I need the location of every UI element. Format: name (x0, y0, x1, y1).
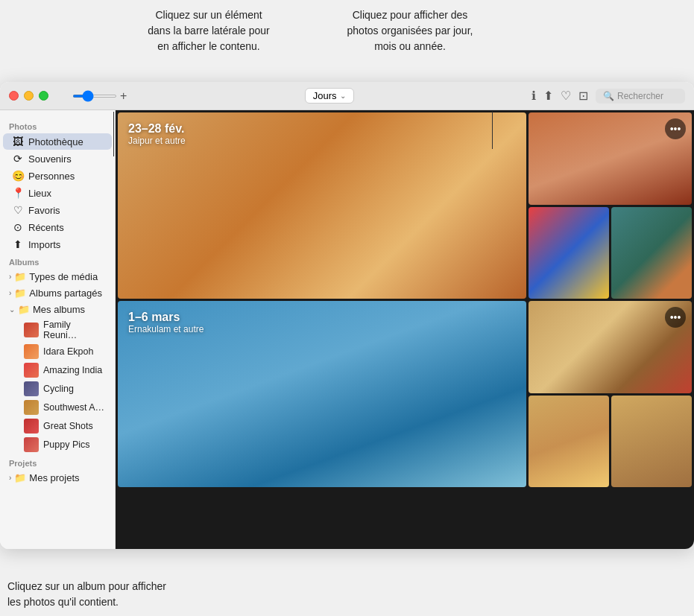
sidebar-label-mes-projets: Mes projets (29, 472, 79, 483)
sidebar-label-favoris: Favoris (28, 205, 104, 216)
chevron-right-icon-3: › (9, 474, 11, 482)
folder-mes-albums-icon: 📁 (18, 304, 30, 315)
sidebar-group-albums-partages[interactable]: › 📁 Albums partagés (3, 285, 112, 301)
main-photo-pool-girl[interactable]: 1–6 mars Ernakulam et autre (118, 301, 526, 487)
main-window: + Jours ⌄ ℹ ⬆ ♡ ⊡ 🔍 Rechercher (0, 82, 694, 549)
zoom-plus-icon[interactable]: + (120, 89, 127, 103)
side-photos-bottom-1 (529, 207, 692, 299)
titlebar: + Jours ⌄ ℹ ⬆ ♡ ⊡ 🔍 Rechercher (0, 82, 694, 110)
main-content: Photos 🖼 Photothèque ⟳ Souvenirs 😊 Perso… (0, 110, 694, 549)
side-photos-1: ••• (529, 112, 692, 299)
album-thumb-cycling (24, 381, 39, 396)
close-button[interactable] (9, 91, 19, 101)
date-label-1: 23–28 fév. Jaipur et autre (128, 121, 186, 147)
date-text-1: 23–28 fév. (128, 121, 186, 136)
sidebar-label-mes-albums: Mes albums (33, 304, 85, 315)
sidebar-item-personnes[interactable]: 😊 Personnes (3, 168, 112, 184)
tooltip-top-left: Cliquez sur un élément dans la barre lat… (127, 7, 291, 54)
sidebar-album-southwest[interactable]: Southwest A… (3, 399, 112, 416)
album-thumb-southwest (24, 400, 39, 415)
info-icon[interactable]: ℹ (531, 89, 536, 103)
sidebar-item-lieux[interactable]: 📍 Lieux (3, 185, 112, 201)
album-thumb-great-shots (24, 419, 39, 434)
sidebar-group-types-media[interactable]: › 📁 Types de média (3, 269, 112, 285)
view-selector-label: Jours (313, 90, 337, 101)
search-box[interactable]: 🔍 Rechercher (596, 89, 685, 104)
heart-icon[interactable]: ♡ (561, 89, 571, 103)
favoris-icon: ♡ (12, 204, 24, 216)
sidebar-item-favoris[interactable]: ♡ Favoris (3, 202, 112, 218)
zoom-range-input[interactable] (72, 95, 117, 98)
sidebar-album-puppy-pics[interactable]: Puppy Pics (3, 436, 112, 454)
sidebar-group-mes-projets[interactable]: › 📁 Mes projets (3, 470, 112, 486)
folder-projets-icon: 📁 (14, 472, 26, 483)
sidebar-album-cycling[interactable]: Cycling (3, 380, 112, 398)
date-label-2: 1–6 mars Ernakulam et autre (128, 310, 204, 335)
share-icon[interactable]: ⬆ (543, 89, 553, 103)
sidebar-label-types-media: Types de média (29, 271, 98, 282)
chevron-right-icon: › (9, 273, 11, 281)
sidebar-label-recents: Récents (28, 222, 104, 233)
zoom-slider: + (72, 89, 127, 103)
location-text-1: Jaipur et autre (128, 136, 186, 146)
album-label-family-reuni: Family Reuni… (43, 320, 104, 340)
sidebar-label-souvenirs: Souvenirs (28, 153, 104, 165)
imports-icon: ⬆ (12, 238, 24, 250)
view-selector[interactable]: Jours ⌄ (305, 88, 354, 104)
sidebar-album-great-shots[interactable]: Great Shots (3, 417, 112, 435)
chevron-down-icon-2: ⌄ (9, 305, 15, 314)
date-text-2: 1–6 mars (128, 310, 204, 324)
side-photo-man-colorful[interactable] (529, 207, 609, 299)
sidebar-label-lieux: Lieux (28, 188, 104, 199)
folder-partages-icon: 📁 (14, 288, 26, 299)
side-photo-desert-woman-2[interactable] (611, 396, 692, 488)
album-label-cycling: Cycling (43, 384, 74, 394)
search-icon: 🔍 (603, 91, 614, 101)
chevron-right-icon-2: › (9, 289, 11, 297)
album-label-amazing-india: Amazing India (43, 365, 102, 375)
day-row-1: 23–28 fév. Jaipur et autre ••• (118, 112, 692, 299)
sidebar-item-souvenirs[interactable]: ⟳ Souvenirs (3, 150, 112, 167)
sidebar-section-photos: Photos (0, 118, 115, 133)
album-label-great-shots: Great Shots (43, 421, 93, 431)
folder-types-icon: 📁 (14, 271, 26, 282)
traffic-lights (9, 91, 48, 101)
minimize-button[interactable] (24, 91, 34, 101)
sidebar-section-albums: Albums (0, 253, 115, 268)
sidebar-item-phototheque[interactable]: 🖼 Photothèque (3, 133, 112, 150)
sidebar-label-personnes: Personnes (28, 171, 104, 182)
side-photo-woman-portrait[interactable]: ••• (529, 112, 692, 205)
more-button-1[interactable]: ••• (665, 118, 686, 139)
toolbar-controls: + Jours ⌄ ℹ ⬆ ♡ ⊡ 🔍 Rechercher (57, 88, 685, 104)
search-placeholder: Rechercher (617, 91, 663, 101)
toolbar-center: Jours ⌄ (133, 88, 526, 104)
side-photo-desert-woman-1[interactable] (529, 396, 609, 488)
annotation-line-left (113, 112, 114, 156)
album-thumb-amazing-india (24, 363, 39, 378)
sidebar-label-albums-partages: Albums partagés (29, 288, 102, 299)
photo-area: 23–28 fév. Jaipur et autre ••• (116, 110, 694, 549)
toolbar-right: ℹ ⬆ ♡ ⊡ 🔍 Rechercher (531, 89, 685, 104)
more-button-2[interactable]: ••• (665, 307, 686, 328)
maximize-button[interactable] (39, 91, 48, 101)
album-label-southwest: Southwest A… (43, 402, 104, 413)
day-row-2: 1–6 mars Ernakulam et autre ••• (118, 301, 692, 487)
crop-icon[interactable]: ⊡ (578, 89, 588, 103)
sidebar-section-projets: Projets (0, 454, 115, 469)
sidebar-label-phototheque: Photothèque (28, 136, 104, 147)
main-photo-india-dance[interactable]: 23–28 fév. Jaipur et autre (118, 112, 526, 299)
album-label-puppy-pics: Puppy Pics (43, 439, 90, 450)
chevron-down-icon: ⌄ (340, 92, 346, 100)
sidebar-album-family-reuni[interactable]: Family Reuni… (3, 318, 112, 342)
sidebar-group-mes-albums[interactable]: ⌄ 📁 Mes albums (3, 302, 112, 317)
sidebar-album-amazing-india[interactable]: Amazing India (3, 361, 112, 379)
sidebar-item-imports[interactable]: ⬆ Imports (3, 236, 112, 253)
side-photo-desert-man[interactable]: ••• (529, 301, 692, 393)
album-thumb-family-reuni (24, 323, 39, 337)
recents-icon: ⊙ (12, 221, 24, 233)
side-photo-door-blue[interactable] (611, 207, 692, 299)
side-photos-2: ••• (529, 301, 692, 487)
location-text-2: Ernakulam et autre (128, 324, 204, 334)
sidebar-album-idara-ekpoh[interactable]: Idara Ekpoh (3, 343, 112, 361)
sidebar-item-recents[interactable]: ⊙ Récents (3, 219, 112, 235)
